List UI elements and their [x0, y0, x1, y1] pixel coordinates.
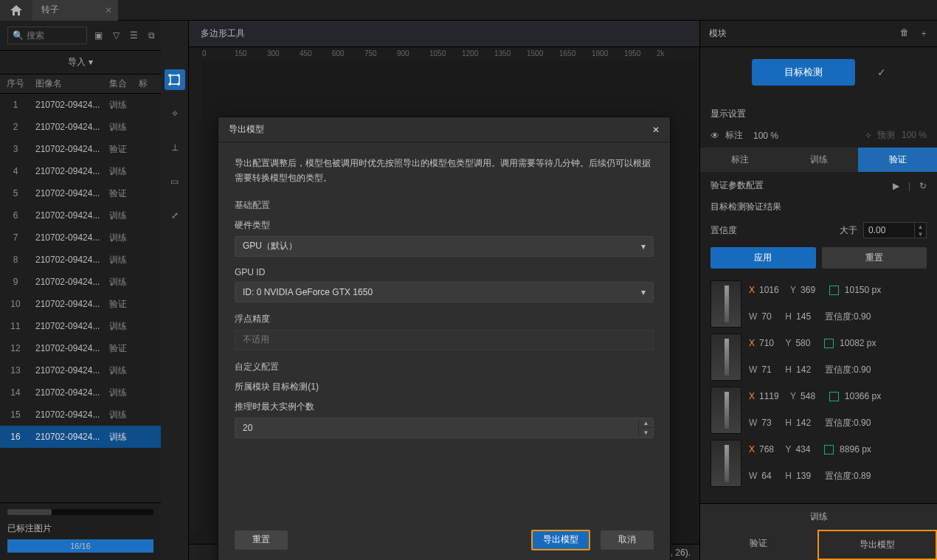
h-scrollbar[interactable] [7, 509, 153, 515]
result-thumbnail [710, 387, 741, 434]
search-placeholder: 搜索 [27, 30, 44, 42]
table-row[interactable]: 3210702-09424...验证 [0, 138, 161, 160]
close-icon[interactable]: ✕ [652, 125, 660, 135]
result-checkbox[interactable] [824, 445, 834, 454]
row-set: 验证 [109, 342, 139, 355]
row-name: 210702-09424... [31, 432, 109, 442]
table-row[interactable]: 12210702-09424...验证 [0, 337, 161, 359]
row-set: 训练 [109, 364, 139, 377]
fp-value: 不适用 [243, 333, 269, 346]
anno-value: 100 % [753, 131, 778, 141]
verify-config-label: 验证参数配置 [710, 179, 764, 192]
table-row[interactable]: 16210702-09424...训练 [0, 426, 161, 448]
row-seq: 7 [0, 232, 31, 243]
spin-down-icon[interactable]: ▼ [639, 428, 653, 438]
canvas[interactable]: 导出模型 ✕ 导出配置调整后，模型包被调用时优先按照导出的模型包类型调用。调用需… [189, 61, 699, 544]
image-filter-icon[interactable]: ▣ [94, 30, 103, 41]
play-icon[interactable]: ▶ [893, 181, 899, 191]
row-seq: 16 [0, 432, 31, 442]
hw-type-select[interactable]: GPU（默认） ▾ [235, 236, 654, 257]
layers-icon[interactable]: ⧉ [148, 30, 155, 41]
modal-cancel-button[interactable]: 取消 [601, 530, 654, 550]
group-basic: 基础配置 [235, 199, 654, 212]
result-thumbnail [710, 280, 741, 328]
gpuid-select[interactable]: ID: 0 NVIDIA GeForce GTX 1650 ▾ [235, 282, 654, 303]
filter-icon[interactable]: ▽ [113, 30, 120, 41]
history-icon[interactable]: ↻ [919, 181, 927, 191]
result-item[interactable]: X1016 Y369 10150 pxW70 H145 置信度:0.90 [710, 277, 934, 331]
footer-verify-button[interactable]: 验证 [700, 530, 817, 560]
module-line: 所属模块 目标检测(1) [235, 381, 654, 393]
close-icon[interactable]: ✕ [105, 5, 112, 15]
table-row[interactable]: 8210702-09424...训练 [0, 249, 161, 271]
table-row[interactable]: 10210702-09424...验证 [0, 293, 161, 315]
spin-up-icon[interactable]: ▲ [639, 418, 653, 429]
document-tab[interactable]: 转子 ✕ [32, 0, 118, 21]
reset-button[interactable]: 重置 [822, 247, 927, 269]
result-checkbox[interactable] [829, 392, 839, 401]
trash-icon[interactable]: 🗑 [900, 27, 909, 40]
checkmark-icon[interactable]: ✓ [877, 66, 886, 78]
result-thumbnail [710, 440, 741, 487]
spin-up-icon[interactable]: ▲ [915, 223, 926, 230]
footer-export-button[interactable]: 导出模型 [817, 530, 938, 560]
home-button[interactable] [0, 0, 32, 21]
result-item[interactable]: X1119 Y548 10366 pxW73 H142 置信度:0.90 [710, 384, 934, 437]
footer-train-button[interactable]: 训练 [700, 504, 937, 530]
object-detect-button[interactable]: 目标检测 [752, 59, 855, 86]
col-header-seq: 序号 [0, 77, 31, 90]
result-item[interactable]: X768 Y434 8896 pxW64 H139 置信度:0.89 [710, 437, 934, 490]
max-inst-value: 20 [243, 423, 252, 433]
eye-off-icon[interactable]: ⟡ [865, 130, 871, 140]
modal-title: 导出模型 [229, 123, 264, 136]
row-set: 训练 [109, 320, 139, 333]
list-icon[interactable]: ☰ [130, 30, 138, 41]
row-seq: 5 [0, 188, 31, 198]
tab-train[interactable]: 训练 [779, 148, 858, 172]
polygon-tool[interactable] [165, 69, 185, 90]
tab-label: 转子 [41, 4, 59, 16]
table-row[interactable]: 7210702-09424...训练 [0, 227, 161, 249]
table-row[interactable]: 15210702-09424...训练 [0, 404, 161, 426]
magic-wand-tool[interactable]: ✧ [165, 103, 185, 124]
import-dropdown[interactable]: 导入 ▾ [0, 51, 161, 75]
table-row[interactable]: 4210702-09424...训练 [0, 160, 161, 182]
transform-tool[interactable]: ⤢ [165, 205, 185, 226]
row-name: 210702-09424... [31, 365, 109, 376]
conf-input[interactable]: 0.00 ▲▼ [863, 222, 927, 238]
row-seq: 3 [0, 144, 31, 154]
h-ruler: 0150300450600750900105012001350150016501… [202, 47, 699, 61]
search-input[interactable]: 🔍 搜索 [7, 27, 87, 44]
table-row[interactable]: 1210702-09424...训练 [0, 94, 161, 116]
tab-verify[interactable]: 验证 [858, 148, 937, 172]
spin-down-icon[interactable]: ▼ [915, 230, 926, 238]
table-row[interactable]: 14210702-09424...训练 [0, 381, 161, 404]
conf-label: 置信度 [710, 224, 737, 237]
result-checkbox[interactable] [829, 286, 839, 295]
eye-icon[interactable]: 👁 [710, 131, 719, 141]
table-row[interactable]: 9210702-09424...训练 [0, 271, 161, 293]
select-rect-tool[interactable]: ▭ [165, 171, 185, 192]
import-label: 导入 [68, 57, 86, 67]
table-row[interactable]: 11210702-09424...训练 [0, 315, 161, 337]
apply-button[interactable]: 应用 [710, 247, 816, 269]
result-item[interactable]: X710 Y580 10082 pxW71 H142 置信度:0.90 [710, 331, 934, 384]
row-seq: 10 [0, 299, 31, 309]
add-icon[interactable]: ＋ [919, 27, 928, 40]
modal-reset-button[interactable]: 重置 [235, 530, 288, 550]
table-row[interactable]: 5210702-09424...验证 [0, 182, 161, 204]
max-inst-input[interactable]: 20 ▲▼ [235, 418, 654, 438]
result-checkbox[interactable] [824, 339, 834, 348]
row-set: 训练 [109, 409, 139, 421]
table-row[interactable]: 6210702-09424...训练 [0, 204, 161, 227]
hw-type-label: 硬件类型 [235, 219, 654, 232]
fp-label: 浮点精度 [235, 313, 654, 325]
tab-anno[interactable]: 标注 [700, 148, 779, 172]
row-set: 验证 [109, 187, 139, 200]
table-row[interactable]: 2210702-09424...训练 [0, 116, 161, 138]
table-row[interactable]: 13210702-09424...训练 [0, 359, 161, 381]
modal-export-button[interactable]: 导出模型 [531, 530, 590, 550]
modal-description: 导出配置调整后，模型包被调用时优先按照导出的模型包类型调用。调用需要等待几分钟。… [235, 156, 654, 186]
stamp-tool[interactable]: ⊥ [165, 137, 185, 158]
result-header: 目标检测验证结果 [700, 198, 937, 219]
